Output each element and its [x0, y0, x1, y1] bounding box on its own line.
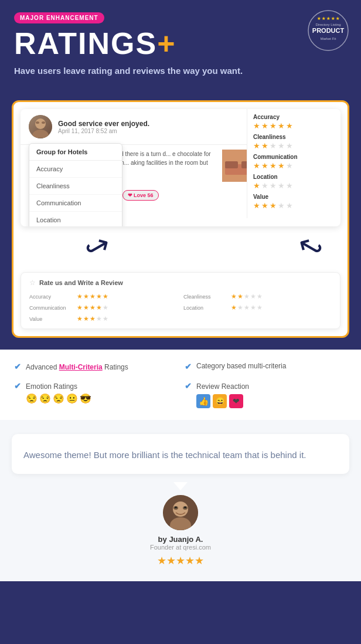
svg-point-6	[32, 130, 49, 138]
feature-reaction: ✔ Review Reaction 👍 😄 ❤	[185, 381, 347, 408]
check-icon-1: ✔	[14, 362, 21, 371]
reaction-love-icon: ❤	[229, 394, 243, 408]
cleanliness-stars: ★ ★ ★ ★ ★	[253, 141, 335, 150]
wr-label-accuracy: Accuracy	[29, 294, 73, 300]
wr-stars-value[interactable]: ★ ★ ★ ★ ★	[77, 315, 108, 323]
demo-card: Good service ever enjoyed. April 11, 201…	[12, 100, 349, 338]
feature-text-3: Emotion Ratings	[26, 382, 77, 391]
feature-reaction-wrapper: Review Reaction 👍 😄 ❤	[196, 381, 249, 408]
author-title: Founder at qresi.com	[150, 544, 211, 551]
rating-row-location: Location ★ ★ ★ ★ ★	[253, 174, 335, 190]
wr-row-value: Value ★ ★ ★ ★ ★	[29, 315, 178, 323]
feature-text-2: Category based multi-criteria	[196, 361, 286, 371]
rating-row-cleanliness: Cleanliness ★ ★ ★ ★ ★	[253, 134, 335, 150]
arrow-left-icon: ↩	[79, 228, 115, 266]
sidebar-item-cleanliness[interactable]: Cleanliness	[29, 178, 122, 195]
arrow-right-icon: ↩	[292, 228, 328, 266]
testimonial-section: Awesome theme! But more brilliant is the…	[0, 420, 361, 581]
feature-text-4: Review Reaction	[196, 382, 249, 391]
rating-row-accuracy: Accuracy ★ ★ ★ ★ ★	[253, 114, 335, 130]
review-card: Good service ever enjoyed. April 11, 201…	[21, 109, 340, 226]
location-stars: ★ ★ ★ ★ ★	[253, 181, 335, 190]
testimonial-text: Awesome theme! But more brilliant is the…	[23, 448, 338, 462]
svg-point-7	[36, 121, 39, 124]
reaction-like-icon: 👍	[196, 394, 210, 408]
sidebar-title: Group for Hotels	[29, 144, 122, 161]
check-icon-3: ✔	[14, 381, 21, 391]
feature-emotion-wrapper: Emotion Ratings 😒 😒 😒 😐 😎	[26, 381, 91, 404]
main-title: RATINGS+	[14, 28, 347, 59]
svg-point-26	[184, 506, 186, 508]
cleanliness-label: Cleanliness	[253, 134, 335, 140]
accuracy-stars: ★ ★ ★ ★ ★	[253, 121, 335, 130]
wr-stars-location[interactable]: ★ ★ ★ ★ ★	[231, 304, 263, 311]
svg-point-8	[42, 121, 45, 124]
sidebar-popup: Group for Hotels Accuracy Cleanliness Co…	[29, 143, 122, 226]
highlight-multi-criteria: Multi-Criteria	[59, 363, 103, 371]
author-stars: ★★★★★	[157, 554, 204, 567]
check-icon-2: ✔	[185, 362, 192, 371]
reaction-lol-icon: 😄	[213, 394, 227, 408]
author-avatar	[163, 495, 198, 530]
wr-row-location: Location ★ ★ ★ ★ ★	[183, 304, 332, 311]
svg-text:★ ★ ★ ★ ★: ★ ★ ★ ★ ★	[317, 16, 340, 21]
svg-text:PRODUCT: PRODUCT	[312, 27, 345, 34]
feature-emotion: ✔ Emotion Ratings 😒 😒 😒 😐 😎	[14, 381, 176, 408]
write-review-star-icon: ☆	[29, 279, 36, 287]
rating-row-value: Value ★ ★ ★ ★ ★	[253, 194, 335, 210]
location-label: Location	[253, 174, 335, 180]
write-review-title: Rate us and Write a Review	[39, 279, 123, 286]
svg-rect-11	[225, 161, 238, 168]
feature-text-1: Advanced Multi-Criteria Ratings	[26, 361, 128, 372]
svg-text:Market Fit: Market Fit	[321, 37, 336, 40]
review-date: April 11, 2017 8:52 am	[58, 128, 259, 134]
ratings-popup: Accuracy ★ ★ ★ ★ ★ Cleanliness ★ ★ ★	[247, 109, 340, 218]
wr-label-location: Location	[183, 305, 227, 311]
avatar-image	[29, 115, 52, 138]
love-button[interactable]: ❤ Love 56	[122, 190, 159, 201]
write-review-grid: Accuracy ★ ★ ★ ★ ★ Cleanliness ★ ★ ★	[29, 293, 332, 323]
features-section: ✔ Advanced Multi-Criteria Ratings ✔ Cate…	[0, 350, 361, 420]
wr-stars-communication[interactable]: ★ ★ ★ ★ ★	[77, 304, 108, 311]
svg-point-5	[35, 118, 46, 129]
check-icon-4: ✔	[185, 381, 192, 391]
review-meta: Good service ever enjoyed. April 11, 201…	[58, 120, 259, 134]
wr-stars-accuracy[interactable]: ★ ★ ★ ★ ★	[77, 293, 108, 300]
rating-row-communication: Communication ★ ★ ★ ★ ★	[253, 154, 335, 170]
testimonial-triangle	[173, 482, 188, 490]
wr-row-communication: Communication ★ ★ ★ ★ ★	[29, 304, 178, 311]
arrows-container: ↩ ↩	[21, 232, 340, 267]
svg-point-25	[175, 506, 177, 508]
features-grid: ✔ Advanced Multi-Criteria Ratings ✔ Cate…	[14, 361, 347, 408]
reaction-icons-row: 👍 😄 ❤	[196, 394, 249, 408]
svg-text:Directory Listing: Directory Listing	[315, 23, 340, 26]
author-name: by Juanjo A.	[158, 535, 203, 544]
write-review-card: ☆ Rate us and Write a Review Accuracy ★ …	[21, 272, 340, 329]
header-section: MAJOR ENHANCEMENT ★ ★ ★ ★ ★ Directory Li…	[0, 0, 361, 94]
accuracy-label: Accuracy	[253, 114, 335, 120]
avatar	[29, 115, 52, 138]
wr-row-cleanliness: Cleanliness ★ ★ ★ ★ ★	[183, 293, 332, 300]
subtitle: Have users leave rating and reviews the …	[14, 65, 347, 77]
wr-label-cleanliness: Cleanliness	[183, 294, 227, 300]
sidebar-item-location[interactable]: Location	[29, 212, 122, 226]
wr-label-communication: Communication	[29, 305, 73, 311]
review-title: Good service ever enjoyed.	[58, 120, 259, 128]
wr-label-value: Value	[29, 316, 73, 322]
wr-row-accuracy: Accuracy ★ ★ ★ ★ ★	[29, 293, 178, 300]
testimonial-card: Awesome theme! But more brilliant is the…	[12, 434, 349, 474]
feature-category: ✔ Category based multi-criteria	[185, 361, 347, 372]
value-label: Value	[253, 194, 335, 200]
communication-stars: ★ ★ ★ ★ ★	[253, 161, 335, 170]
feature-multi-criteria: ✔ Advanced Multi-Criteria Ratings	[14, 361, 176, 372]
testimonial-author: by Juanjo A. Founder at qresi.com ★★★★★	[12, 495, 349, 567]
major-badge: MAJOR ENHANCEMENT	[14, 12, 104, 23]
product-badge: ★ ★ ★ ★ ★ Directory Listing PRODUCT Mark…	[307, 9, 349, 52]
sidebar-item-accuracy[interactable]: Accuracy	[29, 161, 122, 178]
write-review-header: ☆ Rate us and Write a Review	[29, 279, 332, 287]
value-stars: ★ ★ ★ ★ ★	[253, 201, 335, 210]
wr-stars-cleanliness[interactable]: ★ ★ ★ ★ ★	[231, 293, 263, 300]
sidebar-item-communication[interactable]: Communication	[29, 195, 122, 212]
communication-label: Communication	[253, 154, 335, 160]
emotion-emoji-row: 😒 😒 😒 😐 😎	[26, 393, 91, 404]
